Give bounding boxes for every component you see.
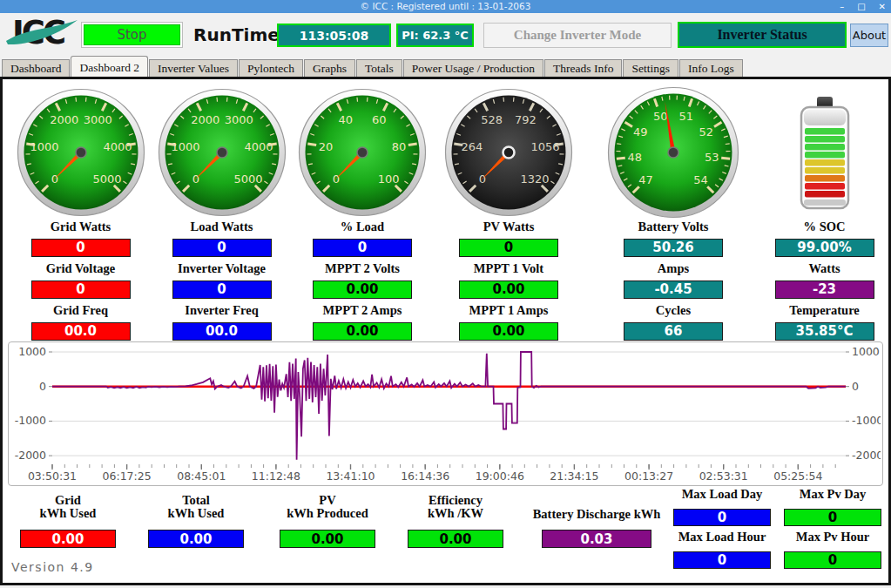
amps-value: -0.45 bbox=[624, 280, 723, 299]
svg-text:0: 0 bbox=[852, 380, 859, 393]
icc-logo-swoosh-icon bbox=[5, 14, 78, 52]
efficiency-kwh-kw-value: 0.00 bbox=[408, 530, 503, 548]
svg-text:3000: 3000 bbox=[224, 113, 253, 126]
max-load-hour-value: 0 bbox=[673, 551, 771, 569]
svg-text:05:25:54: 05:25:54 bbox=[773, 470, 822, 483]
mppt-1-amps-value: 0.00 bbox=[459, 322, 558, 341]
max-pv-day-label: Max Pv Day bbox=[763, 488, 891, 501]
power-history-chart: 1000100000-1000-1000-2000-200003:50:3106… bbox=[9, 342, 882, 487]
svg-text:-2000: -2000 bbox=[852, 449, 881, 462]
stop-button-frame: Stop bbox=[81, 22, 183, 48]
svg-text:4000: 4000 bbox=[244, 140, 273, 153]
grid-freq-cell: 00.0 bbox=[10, 320, 152, 342]
toolbar: ICC Stop RunTime 113:05:08 PI: 62.3 °C C… bbox=[0, 13, 891, 54]
svg-text:16:14:36: 16:14:36 bbox=[401, 470, 449, 483]
tab-dashboard-2[interactable]: Dashboard 2 bbox=[71, 56, 148, 77]
tab-threads-info[interactable]: Threads Info bbox=[544, 59, 622, 77]
svg-text:3000: 3000 bbox=[83, 113, 111, 126]
svg-text:2000: 2000 bbox=[191, 113, 219, 126]
svg-text:53: 53 bbox=[705, 151, 719, 164]
tab-inverter-values[interactable]: Inverter Values bbox=[149, 59, 238, 77]
load-watts-cell: 0 bbox=[152, 236, 292, 259]
load-watts-value: 0 bbox=[172, 239, 272, 257]
load-watts-label: Load Watts bbox=[152, 217, 292, 236]
svg-text:48: 48 bbox=[628, 151, 643, 164]
mppt-2-volts-label: MPPT 2 Volts bbox=[292, 259, 433, 278]
svg-text:528: 528 bbox=[481, 113, 503, 126]
watts-label: Watts bbox=[762, 259, 887, 278]
svg-text:4000: 4000 bbox=[103, 140, 132, 153]
svg-text:00:13:27: 00:13:27 bbox=[624, 470, 673, 483]
tab-graphs[interactable]: Graphs bbox=[304, 59, 355, 77]
tab-info-logs[interactable]: Info Logs bbox=[679, 59, 743, 77]
stop-button[interactable]: Stop bbox=[84, 24, 180, 45]
grid-freq-label: Grid Freq bbox=[10, 301, 152, 320]
tab-dashboard[interactable]: Dashboard bbox=[2, 59, 70, 77]
cycles-label: Cycles bbox=[584, 301, 762, 320]
svg-text:-1000: -1000 bbox=[15, 414, 46, 427]
pi-temperature-value: PI: 62.3 °C bbox=[396, 24, 474, 47]
amps-label: Amps bbox=[584, 259, 762, 278]
mppt-2-amps-value: 0.00 bbox=[313, 322, 412, 341]
close-button[interactable]: ✕ bbox=[879, 0, 886, 13]
svg-text:40: 40 bbox=[338, 113, 353, 126]
window-title: © ICC : Registered until : 13-01-2063 bbox=[0, 0, 891, 13]
svg-text:0: 0 bbox=[39, 380, 46, 393]
battery-volts-label: Battery Volts bbox=[584, 217, 762, 236]
maximize-button[interactable]: □ bbox=[857, 0, 865, 13]
svg-text:792: 792 bbox=[515, 113, 537, 126]
load-label: % Load bbox=[292, 217, 433, 236]
max-pv-day-value: 0 bbox=[784, 509, 881, 526]
grid-voltage-cell: 0 bbox=[10, 278, 152, 301]
mppt-2-amps-cell: 0.00 bbox=[292, 320, 433, 342]
tab-bar: DashboardDashboard 2Inverter ValuesPylon… bbox=[0, 54, 891, 77]
total-kwh-used-value: 0.00 bbox=[148, 530, 244, 548]
svg-text:1320: 1320 bbox=[521, 172, 550, 186]
cycles-value: 66 bbox=[624, 322, 723, 341]
svg-text:19:00:46: 19:00:46 bbox=[476, 470, 524, 483]
svg-text:1000: 1000 bbox=[852, 345, 880, 358]
grid-watts-value: 0 bbox=[31, 239, 131, 257]
amps-cell: -0.45 bbox=[584, 278, 762, 301]
dashboard2-content: 0100020003000400050000100020003000400050… bbox=[0, 77, 891, 585]
soc-value: 99.00% bbox=[775, 239, 874, 257]
mppt-1-volt-cell: 0.00 bbox=[433, 278, 584, 301]
load-cell: 0 bbox=[292, 236, 433, 259]
svg-text:13:41:10: 13:41:10 bbox=[326, 470, 375, 483]
svg-text:100: 100 bbox=[378, 172, 400, 186]
svg-text:2000: 2000 bbox=[50, 113, 78, 126]
svg-text:02:53:31: 02:53:31 bbox=[699, 470, 748, 483]
mppt-1-volt-value: 0.00 bbox=[459, 280, 558, 299]
tab-totals[interactable]: Totals bbox=[356, 59, 402, 77]
inverter-voltage-label: Inverter Voltage bbox=[152, 259, 292, 278]
svg-text:60: 60 bbox=[372, 113, 387, 126]
minimize-button[interactable]: – bbox=[840, 0, 844, 13]
svg-text:5000: 5000 bbox=[92, 172, 121, 186]
grid-voltage-value: 0 bbox=[31, 280, 131, 299]
svg-text:80: 80 bbox=[392, 140, 407, 153]
grid-watts-gauge: 010002000300040005000 bbox=[10, 88, 152, 217]
grid-kwh-used-value: 0.00 bbox=[20, 530, 116, 548]
pv-kwh-produced-value: 0.00 bbox=[280, 530, 375, 548]
svg-text:03:50:31: 03:50:31 bbox=[28, 470, 77, 483]
battery-volts-gauge: 4748495051525354 bbox=[584, 88, 762, 217]
title-bar: © ICC : Registered until : 13-01-2063 – … bbox=[0, 0, 891, 13]
watts-value: -23 bbox=[775, 280, 874, 299]
svg-text:06:17:25: 06:17:25 bbox=[103, 470, 152, 483]
max-pv-hour-value: 0 bbox=[784, 551, 881, 569]
battery-discharge-kwh-label: Battery Discharge kWh bbox=[501, 508, 692, 521]
soc-label: % SOC bbox=[762, 217, 887, 236]
temperature-label: Temperature bbox=[762, 301, 887, 320]
tab-pylontech[interactable]: Pylontech bbox=[239, 59, 303, 77]
svg-text:52: 52 bbox=[699, 125, 713, 139]
grid-watts-label: Grid Watts bbox=[10, 217, 152, 236]
tab-settings[interactable]: Settings bbox=[623, 59, 678, 77]
svg-text:1000: 1000 bbox=[171, 140, 199, 153]
tab-power-usage-production[interactable]: Power Usage / Production bbox=[403, 59, 543, 77]
grid-watts-cell: 0 bbox=[10, 236, 152, 259]
inverter-status-button[interactable]: Inverter Status bbox=[678, 22, 847, 48]
cycles-cell: 66 bbox=[584, 320, 762, 342]
about-button[interactable]: About bbox=[850, 24, 888, 47]
change-inverter-mode-button[interactable]: Change Inverter Mode bbox=[483, 23, 672, 48]
power-chart-panel: 1000100000-1000-1000-2000-200003:50:3106… bbox=[8, 341, 883, 486]
